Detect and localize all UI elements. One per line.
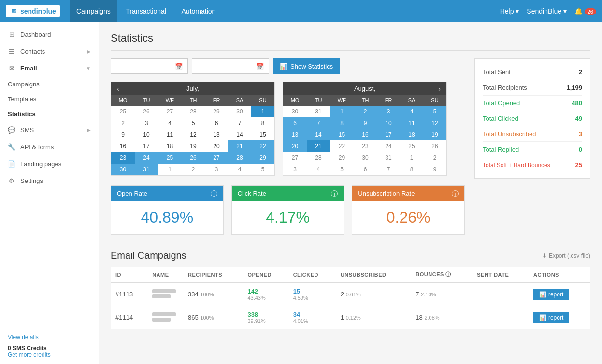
day-cell[interactable]: 4 bbox=[400, 106, 423, 117]
day-cell[interactable]: 9 bbox=[423, 164, 446, 175]
day-cell[interactable]: 20 bbox=[283, 140, 307, 152]
day-cell[interactable]: 18 bbox=[400, 129, 423, 140]
nav-campaigns[interactable]: Campaigns bbox=[70, 0, 117, 22]
day-cell[interactable]: 13 bbox=[205, 129, 228, 140]
sidebar-item-api[interactable]: 🔧 API & forms bbox=[0, 139, 99, 155]
day-cell[interactable]: 24 bbox=[135, 152, 158, 164]
day-cell[interactable]: 6 bbox=[354, 164, 377, 175]
day-cell[interactable]: 5 bbox=[330, 164, 354, 175]
day-cell[interactable]: 8 bbox=[400, 164, 423, 175]
day-cell[interactable]: 30 bbox=[228, 106, 251, 117]
day-cell[interactable]: 29 bbox=[330, 152, 354, 164]
sidebar-sub-statistics[interactable]: Statistics bbox=[0, 107, 99, 122]
day-cell[interactable]: 13 bbox=[283, 129, 307, 140]
day-cell[interactable]: 5 bbox=[423, 106, 446, 117]
sidebar-item-settings[interactable]: ⚙ Settings bbox=[0, 172, 99, 189]
day-cell[interactable]: 11 bbox=[400, 117, 423, 129]
day-cell[interactable]: 27 bbox=[158, 106, 182, 117]
day-cell[interactable]: 8 bbox=[251, 117, 274, 129]
day-cell[interactable]: 9 bbox=[354, 117, 377, 129]
day-cell[interactable]: 31 bbox=[307, 106, 330, 117]
day-cell[interactable]: 17 bbox=[135, 140, 158, 152]
day-cell[interactable]: 5 bbox=[182, 117, 205, 129]
day-cell[interactable]: 22 bbox=[330, 140, 354, 152]
click-rate-info-icon[interactable]: i bbox=[331, 190, 338, 197]
sidebar-item-dashboard[interactable]: ⊞ Dashboard bbox=[0, 26, 99, 43]
day-cell[interactable]: 1 bbox=[330, 106, 354, 117]
sidebar-item-email[interactable]: ✉ Email ▼ bbox=[0, 60, 99, 77]
day-cell[interactable]: 10 bbox=[377, 117, 400, 129]
sidebar-item-sms[interactable]: 💬 SMS ▶ bbox=[0, 122, 99, 139]
sidebar-sub-templates[interactable]: Templates bbox=[0, 92, 99, 107]
day-cell[interactable]: 28 bbox=[228, 152, 251, 164]
day-cell[interactable]: 14 bbox=[228, 129, 251, 140]
day-cell[interactable]: 27 bbox=[205, 152, 228, 164]
report-button[interactable]: 📊 report bbox=[533, 312, 569, 323]
start-date-input[interactable]: 📅 bbox=[111, 58, 188, 74]
day-cell[interactable]: 31 bbox=[377, 152, 400, 164]
day-cell[interactable]: 1 bbox=[400, 152, 423, 164]
account-link[interactable]: SendinBlue ▾ bbox=[527, 7, 567, 15]
day-cell[interactable]: 11 bbox=[158, 129, 182, 140]
report-button[interactable]: 📊 report bbox=[533, 289, 569, 300]
day-cell[interactable]: 2 bbox=[182, 164, 205, 175]
day-cell[interactable]: 23 bbox=[111, 152, 135, 164]
day-cell[interactable]: 5 bbox=[251, 164, 274, 175]
day-cell[interactable]: 7 bbox=[228, 117, 251, 129]
day-cell[interactable]: 31 bbox=[135, 164, 158, 175]
unsub-rate-info-icon[interactable]: i bbox=[452, 190, 459, 197]
day-cell[interactable]: 1 bbox=[251, 106, 274, 117]
day-cell[interactable]: 30 bbox=[111, 164, 135, 175]
day-cell[interactable]: 6 bbox=[205, 117, 228, 129]
day-cell[interactable]: 28 bbox=[182, 106, 205, 117]
day-cell[interactable]: 16 bbox=[354, 129, 377, 140]
day-cell[interactable]: 3 bbox=[135, 117, 158, 129]
day-cell[interactable]: 1 bbox=[158, 164, 182, 175]
export-csv-button[interactable]: ⬇ Export (.csv file) bbox=[542, 252, 590, 259]
day-cell[interactable]: 15 bbox=[330, 129, 354, 140]
day-cell[interactable]: 16 bbox=[111, 140, 135, 152]
day-cell[interactable]: 23 bbox=[354, 140, 377, 152]
day-cell[interactable]: 26 bbox=[135, 106, 158, 117]
day-cell[interactable]: 6 bbox=[283, 117, 307, 129]
day-cell[interactable]: 3 bbox=[377, 106, 400, 117]
cal-august-next[interactable]: › bbox=[434, 84, 444, 94]
day-cell[interactable]: 7 bbox=[377, 164, 400, 175]
day-cell[interactable]: 19 bbox=[423, 129, 446, 140]
day-cell[interactable]: 3 bbox=[205, 164, 228, 175]
day-cell[interactable]: 30 bbox=[283, 106, 307, 117]
day-cell[interactable]: 21 bbox=[307, 140, 330, 152]
sidebar-item-contacts[interactable]: ☰ Contacts ▶ bbox=[0, 43, 99, 60]
day-cell[interactable]: 9 bbox=[111, 129, 135, 140]
day-cell[interactable]: 4 bbox=[307, 164, 330, 175]
day-cell[interactable]: 28 bbox=[307, 152, 330, 164]
day-cell[interactable]: 25 bbox=[158, 152, 182, 164]
day-cell[interactable]: 10 bbox=[135, 129, 158, 140]
day-cell[interactable]: 4 bbox=[158, 117, 182, 129]
day-cell[interactable]: 25 bbox=[400, 140, 423, 152]
day-cell[interactable]: 30 bbox=[354, 152, 377, 164]
day-cell[interactable]: 29 bbox=[251, 152, 274, 164]
end-date-input[interactable]: 📅 bbox=[192, 58, 269, 74]
day-cell[interactable]: 18 bbox=[158, 140, 182, 152]
open-rate-info-icon[interactable]: i bbox=[211, 190, 217, 197]
day-cell[interactable]: 7 bbox=[307, 117, 330, 129]
day-cell[interactable]: 25 bbox=[111, 106, 135, 117]
help-link[interactable]: Help ▾ bbox=[500, 7, 519, 15]
day-cell[interactable]: 19 bbox=[182, 140, 205, 152]
day-cell[interactable]: 26 bbox=[423, 140, 446, 152]
nav-transactional[interactable]: Transactional bbox=[119, 0, 173, 22]
day-cell[interactable]: 2 bbox=[423, 152, 446, 164]
day-cell[interactable]: 29 bbox=[205, 106, 228, 117]
day-cell[interactable]: 21 bbox=[228, 140, 251, 152]
get-more-credits-link[interactable]: Get more credits bbox=[8, 351, 51, 358]
day-cell[interactable]: 27 bbox=[283, 152, 307, 164]
cal-july-prev[interactable]: ‹ bbox=[113, 84, 123, 94]
sidebar-sub-campaigns[interactable]: Campaigns bbox=[0, 77, 99, 92]
nav-automation[interactable]: Automation bbox=[175, 0, 223, 22]
day-cell[interactable]: 15 bbox=[251, 129, 274, 140]
day-cell[interactable]: 14 bbox=[307, 129, 330, 140]
sidebar-item-landing[interactable]: 📄 Landing pages bbox=[0, 155, 99, 172]
day-cell[interactable]: 17 bbox=[377, 129, 400, 140]
day-cell[interactable]: 8 bbox=[330, 117, 354, 129]
